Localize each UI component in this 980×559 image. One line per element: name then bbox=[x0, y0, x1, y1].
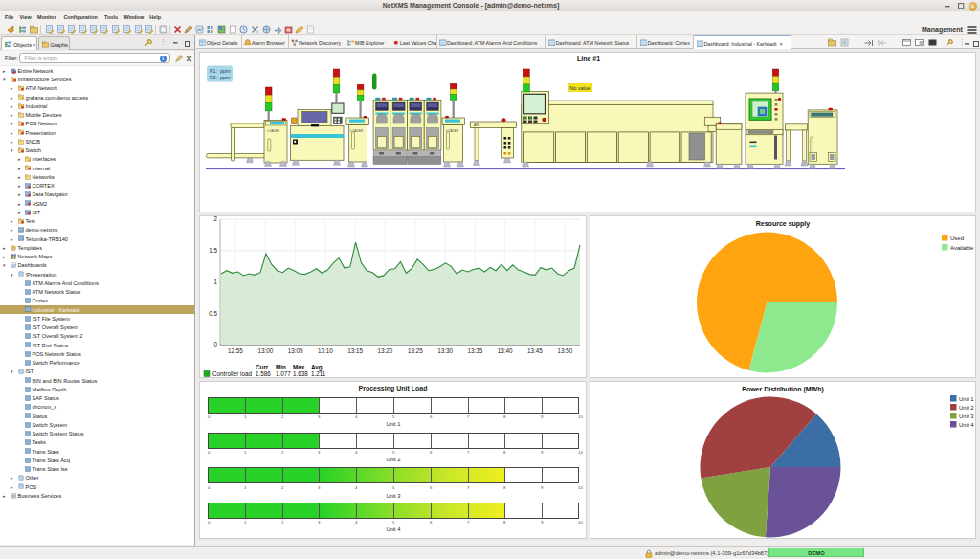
svg-text:13:45: 13:45 bbox=[527, 347, 543, 354]
svg-text:Unit 3: Unit 3 bbox=[959, 414, 974, 419]
svg-text:13:05: 13:05 bbox=[288, 347, 303, 354]
svg-text:13:00: 13:00 bbox=[257, 347, 273, 354]
svg-text:12:55: 12:55 bbox=[228, 347, 243, 354]
svg-text:Min: Min bbox=[276, 364, 286, 370]
svg-text:F1: ppm: F1: ppm bbox=[210, 68, 231, 74]
svg-text:Resource supply: Resource supply bbox=[756, 220, 811, 228]
svg-text:13:35: 13:35 bbox=[468, 347, 483, 354]
svg-text:Max: Max bbox=[293, 364, 305, 370]
svg-text:2: 2 bbox=[213, 216, 217, 222]
svg-text:Unit 2: Unit 2 bbox=[959, 405, 974, 411]
svg-text:Line #1: Line #1 bbox=[577, 56, 600, 62]
svg-text:13:40: 13:40 bbox=[498, 347, 513, 354]
svg-text:F2: ppm: F2: ppm bbox=[210, 75, 231, 80]
svg-text:Unit 1: Unit 1 bbox=[959, 396, 974, 402]
svg-text:1.211: 1.211 bbox=[311, 370, 326, 377]
svg-text:Unit 4: Unit 4 bbox=[959, 422, 974, 428]
svg-text:0: 0 bbox=[213, 341, 217, 347]
svg-text:No value: No value bbox=[569, 85, 590, 91]
svg-text:12: 12 bbox=[11, 263, 15, 268]
svg-text:13:15: 13:15 bbox=[347, 347, 363, 354]
svg-text:LOADER: LOADER bbox=[267, 129, 280, 133]
svg-text:Curr: Curr bbox=[256, 364, 269, 370]
svg-text:1.586: 1.586 bbox=[256, 370, 271, 377]
svg-text:Used: Used bbox=[950, 235, 964, 241]
svg-text:13:20: 13:20 bbox=[378, 347, 393, 354]
svg-text:1: 1 bbox=[213, 279, 217, 285]
svg-text:0.5: 0.5 bbox=[209, 310, 217, 317]
svg-text:1.638: 1.638 bbox=[293, 370, 308, 377]
svg-text:Power Distribution (MWh): Power Distribution (MWh) bbox=[742, 386, 824, 393]
svg-text:1.5: 1.5 bbox=[209, 247, 217, 254]
svg-text:AIR: AIR bbox=[474, 123, 479, 127]
svg-text:Controller load: Controller load bbox=[212, 370, 252, 377]
svg-text:13:50: 13:50 bbox=[557, 347, 572, 354]
svg-text:13:30: 13:30 bbox=[437, 347, 453, 354]
svg-text:Available: Available bbox=[950, 245, 974, 251]
svg-text:13:25: 13:25 bbox=[408, 347, 423, 354]
svg-text:1.077: 1.077 bbox=[276, 370, 291, 377]
svg-text:13:10: 13:10 bbox=[318, 347, 333, 354]
